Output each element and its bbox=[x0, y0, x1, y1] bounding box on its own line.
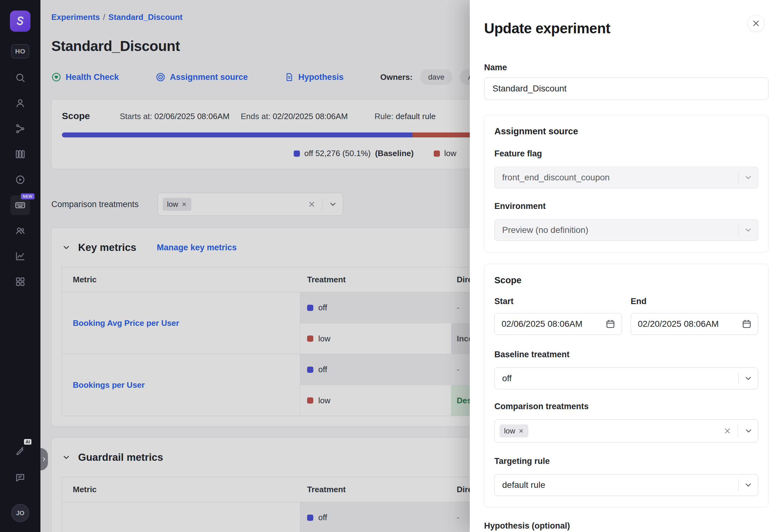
start-date-input[interactable]: 02/06/2025 08:06AM bbox=[494, 313, 622, 335]
close-icon bbox=[752, 19, 760, 27]
scope-section: Scope Start End 02/06/2025 08:06AM 02/20… bbox=[484, 264, 768, 507]
start-label: Start bbox=[494, 297, 622, 306]
calendar-icon[interactable] bbox=[606, 319, 615, 329]
treatment-chip-low[interactable]: low bbox=[500, 424, 528, 437]
chevron-down-icon[interactable] bbox=[744, 427, 753, 435]
end-date-input[interactable]: 02/20/2025 08:06AM bbox=[631, 313, 758, 335]
chevron-down-icon bbox=[744, 173, 753, 182]
feature-flag-label: Feature flag bbox=[494, 149, 758, 159]
environment-select[interactable]: Preview (no definition) bbox=[494, 219, 758, 241]
close-button[interactable] bbox=[748, 15, 764, 32]
environment-label: Environment bbox=[494, 201, 758, 211]
chip-label: low bbox=[504, 427, 515, 435]
assignment-source-section: Assignment source Feature flag front_end… bbox=[484, 115, 768, 252]
end-date-value: 02/20/2025 08:06AM bbox=[638, 319, 719, 329]
chevron-down-icon bbox=[744, 226, 753, 234]
chevron-down-icon bbox=[744, 481, 753, 489]
clear-selection-icon[interactable] bbox=[723, 427, 731, 435]
baseline-treatment-label: Baseline treatment bbox=[494, 350, 758, 359]
hypothesis-optional-label: Hypothesis (optional) bbox=[484, 521, 768, 531]
modal-backdrop[interactable] bbox=[0, 0, 470, 532]
name-input[interactable] bbox=[484, 77, 768, 100]
feature-flag-value: front_end_discount_coupon bbox=[502, 173, 610, 183]
scope-section-title: Scope bbox=[494, 275, 758, 285]
feature-flag-select[interactable]: front_end_discount_coupon bbox=[494, 167, 758, 188]
baseline-treatment-select[interactable]: off bbox=[494, 368, 758, 389]
comparison-treatments-label: Comparison treatments bbox=[494, 402, 758, 411]
targeting-rule-value: default rule bbox=[502, 480, 545, 490]
assignment-source-title: Assignment source bbox=[494, 126, 758, 136]
update-experiment-drawer: Update experiment Name Assignment source… bbox=[470, 0, 775, 532]
chip-remove-icon[interactable] bbox=[518, 428, 524, 434]
control-divider bbox=[738, 425, 738, 437]
targeting-rule-label: Targeting rule bbox=[494, 456, 758, 466]
name-label: Name bbox=[484, 63, 768, 72]
drawer-title: Update experiment bbox=[484, 20, 768, 37]
comparison-treatments-multiselect[interactable]: low bbox=[494, 419, 758, 442]
environment-value: Preview (no definition) bbox=[502, 225, 588, 235]
start-date-value: 02/06/2025 08:06AM bbox=[502, 319, 582, 329]
calendar-icon[interactable] bbox=[742, 319, 752, 329]
end-label: End bbox=[631, 297, 758, 306]
targeting-rule-select[interactable]: default rule bbox=[494, 474, 758, 496]
chevron-down-icon bbox=[744, 374, 753, 383]
baseline-treatment-value: off bbox=[502, 373, 512, 383]
